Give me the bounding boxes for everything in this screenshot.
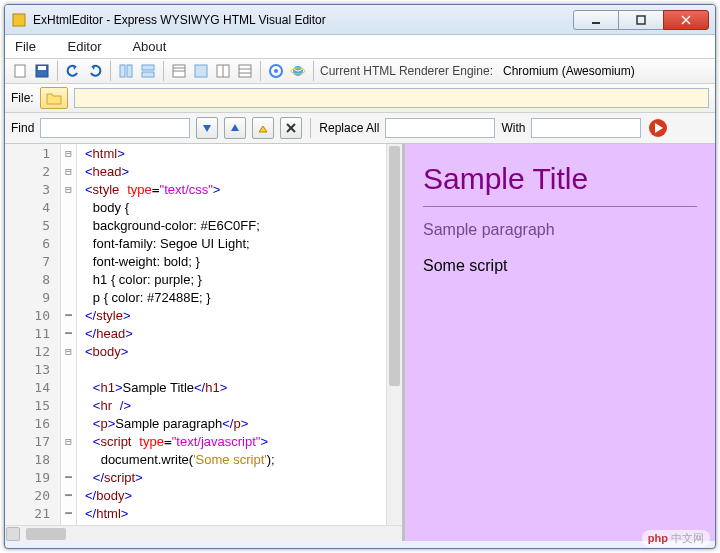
layout-icon-3[interactable]: [214, 62, 232, 80]
find-prev-button[interactable]: [224, 117, 246, 139]
find-input[interactable]: [40, 118, 190, 138]
code-editor[interactable]: 123456789101112131415161718192021 ⊟⊟⊟━━⊟…: [5, 144, 405, 541]
svg-rect-0: [13, 14, 25, 26]
file-label: File:: [11, 91, 34, 105]
preview-pane: Sample Title Sample paragraph Some scrip…: [405, 144, 715, 541]
layout-icon-2[interactable]: [192, 62, 210, 80]
preview-rule: [423, 206, 697, 207]
highlight-button[interactable]: [252, 117, 274, 139]
vertical-scroll-thumb[interactable]: [389, 146, 400, 386]
replace-go-button[interactable]: [647, 117, 669, 139]
replace-input[interactable]: [385, 118, 495, 138]
preview-heading: Sample Title: [423, 162, 697, 196]
svg-rect-15: [195, 65, 207, 77]
close-button[interactable]: [663, 10, 709, 30]
ie-icon[interactable]: [289, 62, 307, 80]
svg-rect-18: [239, 65, 251, 77]
split-vertical-icon[interactable]: [117, 62, 135, 80]
minimize-button[interactable]: [573, 10, 619, 30]
svg-point-22: [274, 69, 278, 73]
replace-label: Replace All: [319, 121, 379, 135]
preview-script-output: Some script: [423, 257, 697, 275]
menu-about[interactable]: About: [132, 39, 166, 54]
window-frame: ExHtmlEditor - Express WYSIWYG HTML Visu…: [4, 4, 716, 549]
redo-icon[interactable]: [86, 62, 104, 80]
svg-rect-11: [142, 72, 154, 77]
find-next-button[interactable]: [196, 117, 218, 139]
window-title: ExHtmlEditor - Express WYSIWYG HTML Visu…: [33, 13, 574, 27]
svg-rect-9: [127, 65, 132, 77]
separator: [110, 61, 111, 81]
fold-gutter: ⊟⊟⊟━━⊟⊟━━━: [61, 144, 77, 525]
svg-rect-8: [120, 65, 125, 77]
scroll-left-button[interactable]: [6, 527, 20, 541]
separator: [313, 61, 314, 81]
watermark-php: php: [648, 532, 668, 544]
code-area[interactable]: <html><head><style type="text/css"> body…: [77, 144, 386, 525]
separator: [260, 61, 261, 81]
watermark-cn: 中文网: [671, 532, 704, 544]
horizontal-scrollbar[interactable]: [5, 525, 402, 541]
toolbar: Current HTML Renderer Engine: Chromium (…: [5, 58, 715, 84]
chromium-icon[interactable]: [267, 62, 285, 80]
vertical-scrollbar[interactable]: [386, 144, 402, 525]
split-pane: 123456789101112131415161718192021 ⊟⊟⊟━━⊟…: [5, 144, 715, 541]
save-icon[interactable]: [33, 62, 51, 80]
watermark: php 中文网: [642, 530, 710, 547]
menu-editor[interactable]: Editor: [68, 39, 102, 54]
maximize-button[interactable]: [618, 10, 664, 30]
filebar: File:: [5, 84, 715, 113]
new-file-icon[interactable]: [11, 62, 29, 80]
svg-rect-2: [637, 16, 645, 24]
separator: [310, 118, 311, 138]
separator: [57, 61, 58, 81]
file-path-input[interactable]: [74, 88, 709, 108]
renderer-value: Chromium (Awesomium): [503, 64, 635, 78]
app-icon: [11, 12, 27, 28]
titlebar[interactable]: ExHtmlEditor - Express WYSIWYG HTML Visu…: [5, 5, 715, 35]
open-file-button[interactable]: [40, 87, 68, 109]
find-label: Find: [11, 121, 34, 135]
clear-find-button[interactable]: [280, 117, 302, 139]
horizontal-scroll-thumb[interactable]: [26, 528, 66, 540]
findbar: Find Replace All With: [5, 113, 715, 144]
svg-rect-10: [142, 65, 154, 70]
with-label: With: [501, 121, 525, 135]
svg-rect-5: [15, 65, 25, 77]
with-input[interactable]: [531, 118, 641, 138]
folder-open-icon: [46, 91, 62, 105]
layout-icon-4[interactable]: [236, 62, 254, 80]
line-gutter: 123456789101112131415161718192021: [5, 144, 61, 525]
renderer-label: Current HTML Renderer Engine:: [320, 64, 493, 78]
menubar: File Editor About: [5, 35, 715, 58]
layout-icon-1[interactable]: [170, 62, 188, 80]
preview-paragraph: Sample paragraph: [423, 221, 697, 239]
menu-file[interactable]: File: [15, 39, 36, 54]
split-horizontal-icon[interactable]: [139, 62, 157, 80]
undo-icon[interactable]: [64, 62, 82, 80]
separator: [163, 61, 164, 81]
svg-rect-7: [38, 66, 46, 70]
